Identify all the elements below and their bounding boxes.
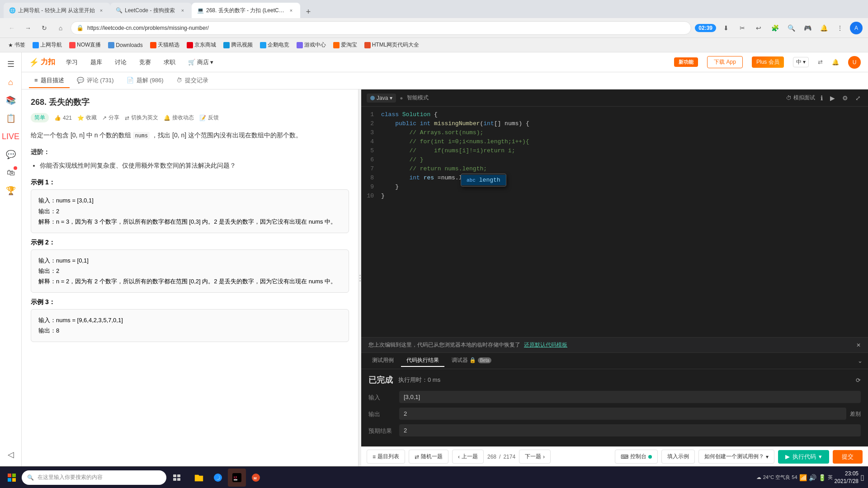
bookmark-downloads[interactable]: Downloads <box>105 41 145 49</box>
expand-editor-icon[interactable]: ⤢ <box>854 93 863 103</box>
action-star[interactable]: ⭐ 收藏 <box>77 114 97 122</box>
bookmark-html[interactable]: HTML网页代码大全 <box>362 40 422 50</box>
test-tab-results[interactable]: 代码执行结果 <box>401 355 444 367</box>
sidebar-problems[interactable]: 📋 <box>3 110 19 127</box>
notification-close[interactable]: ✕ <box>856 342 861 348</box>
nav-shop[interactable]: 🛒 商店 ▾ <box>186 56 215 68</box>
settings-icon[interactable]: ⋮ <box>834 22 846 34</box>
forward-button[interactable]: → <box>22 22 34 34</box>
sidebar-discuss[interactable]: 💬 <box>3 146 19 163</box>
test-tab-cases[interactable]: 测试用例 <box>367 355 399 367</box>
taskbar-search[interactable]: 🔍 在这里输入你要搜索的内容 <box>22 470 166 485</box>
input-lang[interactable]: 英 <box>828 474 833 481</box>
submit-btn[interactable]: 提交 <box>833 450 863 464</box>
bookmark-star[interactable]: ★ 书签 <box>5 40 28 50</box>
home-button[interactable]: ⌂ <box>54 22 67 34</box>
tab-solutions[interactable]: 📄 题解 (986) <box>121 74 169 88</box>
bell-icon[interactable]: 🔔 <box>817 22 830 34</box>
next-btn[interactable]: 下一题 › <box>519 450 551 464</box>
tab-comments[interactable]: 💬 评论 (731) <box>71 74 119 88</box>
prev-btn[interactable]: ‹ 上一题 <box>452 450 484 464</box>
code-editor[interactable]: 1 class Solution { 2 public int missingN… <box>361 107 868 337</box>
bookmark-jd[interactable]: 京东商城 <box>184 40 219 50</box>
nav-jobs[interactable]: 求职 <box>162 56 177 68</box>
nav-discuss[interactable]: 讨论 <box>113 56 128 68</box>
plus-btn[interactable]: Plus 会员 <box>752 56 784 68</box>
sidebar-learn[interactable]: 📚 <box>3 92 19 108</box>
tab-3-close[interactable]: × <box>288 7 295 14</box>
lang-selector[interactable]: 中 ▾ <box>793 57 809 67</box>
bookmark-penguin[interactable]: 企鹅电竞 <box>257 40 292 50</box>
show-desktop[interactable]: ▯ <box>860 473 864 482</box>
bookmark-taobao[interactable]: 爱淘宝 <box>330 40 360 50</box>
tab-1[interactable]: 🌐 上网导航 - 轻快上网 从这里开始 × <box>4 3 110 18</box>
taskbar-explorer[interactable] <box>190 469 208 487</box>
console-btn[interactable]: ⌨ 控制台 <box>615 450 658 464</box>
refresh-button[interactable]: ↻ <box>38 22 51 34</box>
battery-icon[interactable]: 🔋 <box>818 474 826 481</box>
expand-panel-icon[interactable]: ⌄ <box>858 357 863 364</box>
test-tab-debug[interactable]: 调试器 🔒 Beta <box>446 355 497 367</box>
tab-3[interactable]: 💻 268. 丢失的数字 - 力扣 (LeetCode) × <box>192 3 300 18</box>
autocomplete-popup[interactable]: abc length <box>461 174 506 187</box>
download-icon[interactable]: ⬇ <box>720 22 732 34</box>
action-feedback[interactable]: 📝 反馈 <box>199 114 219 122</box>
random-btn[interactable]: ⇄ 随机一题 <box>409 450 448 464</box>
create-test-btn[interactable]: 如何创建一个测试用例？ ▾ <box>698 450 774 464</box>
extensions-icon[interactable]: 🧩 <box>769 22 781 34</box>
problem-list-btn[interactable]: ≡ 题目列表 <box>367 450 405 464</box>
profile-avatar[interactable]: A <box>850 22 863 34</box>
nav-study[interactable]: 学习 <box>64 56 80 68</box>
volume-icon[interactable]: 🔊 <box>809 474 816 481</box>
sidebar-live[interactable]: LIVE <box>3 128 19 145</box>
wifi-icon[interactable]: 📶 <box>799 474 807 481</box>
taskbar-app5[interactable]: M <box>247 469 265 487</box>
simulate-btn[interactable]: ⏱ 模拟面试 <box>786 94 815 102</box>
action-notification[interactable]: 🔔 接收动态 <box>164 114 194 122</box>
download-app-btn[interactable]: 下载 App <box>707 56 743 68</box>
bookmark-game-center[interactable]: 游戏中心 <box>294 40 329 50</box>
sidebar-collapse[interactable]: ◁ <box>3 446 19 463</box>
run-code-btn[interactable]: ▶ 执行代码 ▾ <box>778 450 829 464</box>
tab-submissions[interactable]: ⏱ 提交记录 <box>171 74 214 88</box>
run-icon[interactable]: ▶ <box>828 93 837 103</box>
scissors-icon[interactable]: ✂ <box>736 22 749 34</box>
autocomplete-item-length[interactable]: abc length <box>461 175 506 185</box>
sidebar-menu[interactable]: ☰ <box>3 56 19 72</box>
restore-template-link[interactable]: 还原默认代码模板 <box>524 341 567 349</box>
tab-2[interactable]: 🔍 LeetCode - 搜狗搜索 × <box>110 3 192 18</box>
taskbar-edge[interactable] <box>209 469 227 487</box>
nav-problems[interactable]: 题库 <box>89 56 104 68</box>
back-button[interactable]: ← <box>5 22 18 34</box>
start-button[interactable] <box>4 469 20 486</box>
fill-example-btn[interactable]: 填入示例 <box>661 450 695 464</box>
zoom-icon[interactable]: 🔍 <box>785 22 797 34</box>
bookmark-now[interactable]: NOW直播 <box>66 40 104 50</box>
info-icon[interactable]: ℹ <box>819 93 825 103</box>
sidebar-shop[interactable]: 🛍 <box>3 164 19 181</box>
notification-icon[interactable]: 🔔 <box>832 59 839 66</box>
translate-icon[interactable]: ⇄ <box>818 59 823 66</box>
action-translate[interactable]: ⇄ 切换为英文 <box>125 114 158 122</box>
result-expand[interactable]: ⟳ <box>856 377 861 384</box>
nav-contest[interactable]: 竞赛 <box>137 56 153 68</box>
new-tab-button[interactable]: + <box>302 5 315 18</box>
gamepad-icon[interactable]: 🎮 <box>801 22 814 34</box>
address-bar[interactable]: 🔒 https://leetcode-cn.com/problems/missi… <box>71 21 691 35</box>
action-like[interactable]: 👍 421 <box>54 115 72 121</box>
language-selector[interactable]: Java ▾ <box>367 94 396 103</box>
undo-icon[interactable]: ↩ <box>752 22 765 34</box>
bookmark-tencent-video[interactable]: 腾讯视频 <box>221 40 255 50</box>
bookmark-nav[interactable]: 上网导航 <box>30 40 65 50</box>
bookmark-tmall[interactable]: 天猫精选 <box>147 40 182 50</box>
tab-2-close[interactable]: × <box>179 7 186 14</box>
diff-label[interactable]: 差别 <box>850 408 861 418</box>
taskview-btn[interactable] <box>168 469 186 487</box>
taskbar-intellij[interactable]: IJ <box>228 469 246 487</box>
sidebar-home[interactable]: ⌂ <box>3 74 19 90</box>
action-share[interactable]: ↗ 分享 <box>102 114 119 122</box>
code-settings-icon[interactable]: ⚙ <box>840 93 850 103</box>
tab-1-close[interactable]: × <box>98 7 105 14</box>
sidebar-rank[interactable]: 🏆 <box>3 183 19 199</box>
user-avatar[interactable]: U <box>848 56 861 69</box>
